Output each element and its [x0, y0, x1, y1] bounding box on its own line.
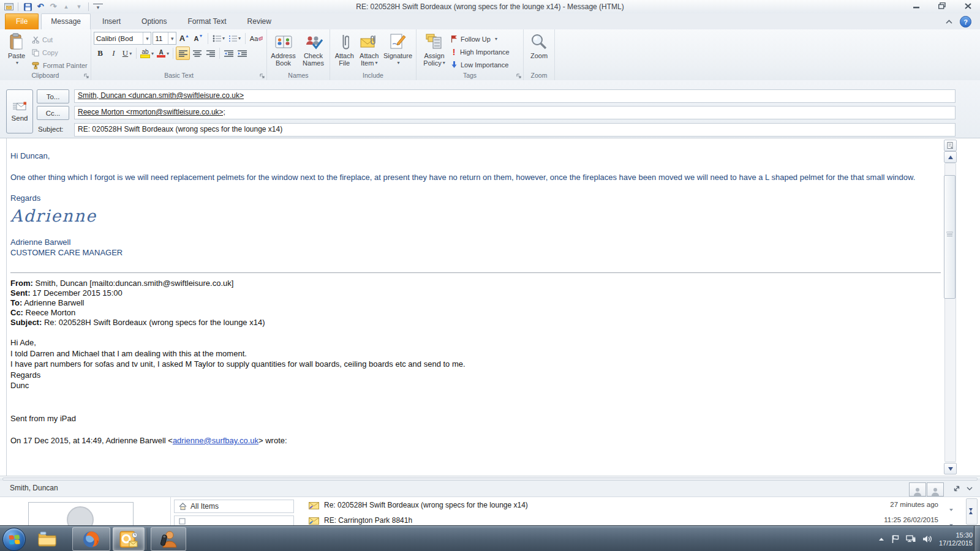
ribbon-group-tags: Assign Policy▾ Follow Up ▾ ! High Import… — [417, 29, 524, 80]
ribbon-empty-space — [555, 29, 980, 80]
high-importance-button[interactable]: ! High Importance — [450, 46, 510, 58]
font-color-button[interactable]: A▾ — [156, 47, 170, 59]
cc-button[interactable]: Cc... — [37, 106, 69, 120]
font-size-combo[interactable]: 11▾ — [153, 32, 176, 45]
subject-field[interactable]: RE: 020528H Swift Bordeaux (wrong specs … — [74, 123, 956, 137]
low-importance-button[interactable]: Low Importance — [450, 59, 510, 70]
format-painter-button[interactable]: Format Painter — [31, 59, 88, 71]
next-item-button[interactable]: ▼ — [74, 2, 84, 12]
mail-replied-icon — [309, 517, 319, 525]
network-icon[interactable] — [906, 534, 916, 543]
paste-button[interactable]: Paste ▾ — [2, 31, 31, 71]
bold-button[interactable]: B — [94, 47, 107, 59]
restore-button[interactable] — [933, 1, 951, 10]
zoom-button[interactable]: Zoom — [526, 31, 552, 71]
contact-photo-button[interactable] — [927, 482, 944, 497]
tab-all-items[interactable]: All Items — [174, 500, 294, 513]
signature-button[interactable]: Signature ▾ — [382, 31, 413, 71]
help-button[interactable]: ? — [960, 16, 971, 28]
tab-review[interactable]: Review — [238, 14, 281, 29]
dropdown-arrow-icon: ▾ — [375, 59, 377, 67]
numbering-button[interactable]: ▾ — [227, 32, 242, 45]
align-right-button[interactable] — [204, 47, 217, 59]
communicator-taskbar-button[interactable] — [151, 527, 186, 551]
text-highlight-button[interactable]: ab▾ — [139, 47, 155, 59]
scroll-up-button[interactable] — [944, 151, 957, 163]
address-book-button[interactable]: Address Book — [270, 31, 297, 71]
email-link[interactable]: adrienne@surfbay.co.uk — [173, 436, 258, 445]
outlook-taskbar-button[interactable] — [113, 527, 145, 551]
show-hidden-icons-button[interactable] — [878, 537, 884, 541]
people-list-scrollbar[interactable] — [966, 498, 978, 525]
previous-item-button[interactable]: ▲ — [61, 2, 71, 12]
contact-photo-button[interactable] — [909, 482, 926, 497]
scroll-down-button[interactable] — [944, 463, 957, 474]
tab-options[interactable]: Options — [132, 14, 176, 29]
body-scrollbar[interactable] — [944, 140, 956, 474]
list-item-time: 27 minutes ago — [804, 501, 938, 508]
assign-policy-button[interactable]: Assign Policy▾ — [419, 31, 450, 71]
align-center-button[interactable] — [190, 47, 203, 59]
check-names-button[interactable]: Check Names — [300, 31, 327, 71]
copy-button[interactable]: Copy — [31, 47, 88, 58]
to-button[interactable]: To... — [37, 89, 69, 103]
clear-formatting-button[interactable]: Aa — [249, 32, 264, 45]
firefox-taskbar-button[interactable] — [72, 527, 110, 551]
cut-button[interactable]: Cut — [31, 34, 88, 45]
bullets-button[interactable]: ▾ — [211, 32, 226, 45]
to-field[interactable]: Smith, Duncan <duncan.smith@swiftleisure… — [74, 89, 956, 103]
save-button[interactable] — [23, 2, 32, 12]
attach-item-button[interactable]: Attach Item▾ — [357, 31, 380, 71]
minimize-button[interactable] — [908, 1, 925, 10]
quoted-line: I have part numbers for sofas and tv uni… — [10, 359, 941, 370]
people-pane-menu-icon[interactable] — [967, 487, 973, 490]
italic-button[interactable]: I — [107, 47, 120, 59]
message-body-area[interactable]: Hi Duncan, One other thing which I forgo… — [0, 138, 980, 476]
taskbar-clock[interactable]: 15:30 17/12/2015 — [939, 531, 973, 547]
action-center-flag-icon[interactable] — [891, 534, 899, 544]
shrink-font-button[interactable]: A▼ — [192, 32, 205, 45]
show-desktop-button[interactable] — [974, 526, 980, 551]
redo-button[interactable]: ↷ — [48, 2, 58, 12]
ribbon-group-zoom: Zoom Zoom — [524, 29, 555, 80]
volume-icon[interactable] — [922, 535, 932, 543]
low-importance-icon — [451, 61, 458, 69]
tab-message[interactable]: Message — [41, 13, 91, 30]
close-button[interactable] — [959, 1, 976, 10]
ribbon-group-names: Address Book Check Names Names — [267, 29, 330, 80]
dropdown-arrow-icon: ▾ — [167, 51, 169, 56]
align-left-button[interactable] — [176, 47, 190, 60]
follow-up-button[interactable]: Follow Up ▾ — [450, 33, 510, 45]
high-importance-icon: ! — [451, 47, 457, 57]
scroll-down-icon[interactable] — [969, 511, 973, 522]
scroll-thumb[interactable] — [944, 175, 956, 299]
expand-people-pane-icon[interactable] — [953, 485, 960, 492]
combo-arrow-icon[interactable]: ▾ — [168, 32, 176, 44]
home-icon — [179, 503, 187, 510]
customize-qat-button[interactable]: ▾ — [93, 4, 103, 10]
font-name-combo[interactable]: Calibri (Bod▾ — [94, 32, 151, 45]
combo-arrow-icon[interactable]: ▾ — [143, 32, 151, 44]
tab-file[interactable]: File — [5, 13, 39, 29]
underline-button[interactable]: U▾ — [121, 47, 134, 59]
signature-script: Adrienne — [10, 211, 941, 221]
greeting-line: Hi Duncan, — [10, 151, 941, 161]
grow-font-button[interactable]: A▲ — [178, 32, 190, 45]
undo-button[interactable]: ↶ — [36, 2, 45, 12]
tab-partial[interactable] — [174, 515, 294, 526]
decrease-indent-button[interactable] — [222, 47, 235, 59]
tags-dialog-launcher-icon[interactable] — [516, 73, 522, 79]
attach-file-button[interactable]: Attach File — [333, 31, 356, 71]
explorer-taskbar-icon[interactable] — [36, 528, 60, 549]
clipboard-dialog-launcher-icon[interactable] — [84, 73, 89, 79]
basic-text-dialog-launcher-icon[interactable] — [260, 73, 265, 79]
minimize-ribbon-icon[interactable] — [946, 20, 952, 24]
page-split-button[interactable] — [944, 140, 957, 151]
item-dropdown-icon[interactable] — [949, 503, 953, 514]
tab-format-text[interactable]: Format Text — [178, 14, 235, 29]
start-button[interactable] — [2, 528, 26, 551]
cc-field[interactable]: Reece Morton <rmorton@swiftleisure.co.uk… — [74, 106, 956, 119]
increase-indent-button[interactable] — [236, 47, 249, 59]
send-button[interactable]: Send — [6, 89, 33, 133]
tab-insert[interactable]: Insert — [93, 14, 130, 29]
